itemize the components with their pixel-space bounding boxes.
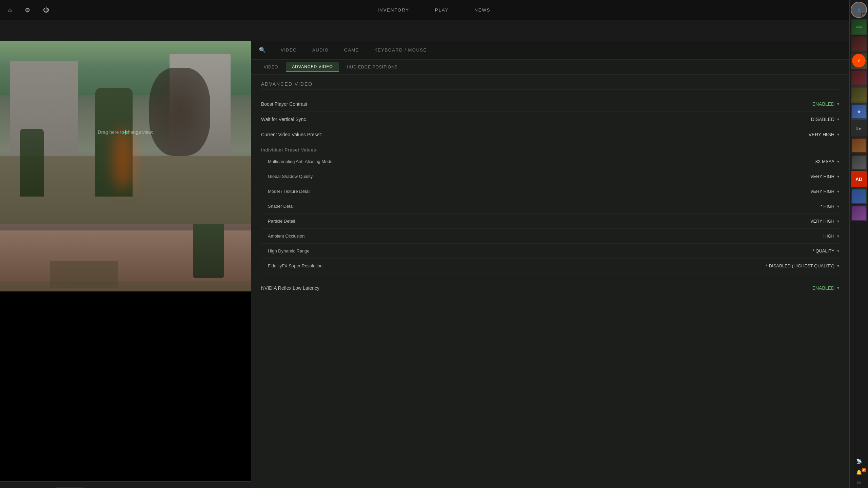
sidebar-advertisement[interactable]: AD [851,171,867,187]
chevron-down-icon: ▾ [837,234,839,239]
nav-play[interactable]: PLAY [432,6,451,14]
sidebar-game-8[interactable] [851,137,867,154]
game5-thumbnail [852,88,866,101]
top-bar: ⌂ ⚙ ⏻ INVENTORY PLAY NEWS 👤 67 [0,0,868,20]
shader-detail-value[interactable]: * HIGH ▾ [771,204,839,209]
sidebar-messages-button[interactable]: ✉ [851,478,867,488]
sidebar-game-cs2[interactable]: CS2 [851,19,867,35]
subtab-bar: VIDEO ADVANCED VIDEO HUD EDGE POSITIONS [251,60,849,75]
model-texture-row: Model / Texture Detail VERY HIGH ▾ [261,184,839,199]
preview-image-top [0,41,251,224]
subtab-advanced-video[interactable]: ADVANCED VIDEO [286,62,339,72]
model-texture-label: Model / Texture Detail [261,189,771,194]
msaa-value[interactable]: 8X MSAA ▾ [771,159,839,164]
hdr-value[interactable]: * QUALITY ▾ [771,248,839,253]
sidebar-game-9[interactable] [851,154,867,170]
tab-keyboard-mouse[interactable]: KEYBOARD / MOUSE [368,45,434,55]
chevron-down-icon: ▾ [837,102,839,106]
particle-detail-value[interactable]: VERY HIGH ▾ [771,219,839,224]
game3-thumbnail: ⚡ [852,54,866,67]
shader-detail-text: * HIGH [821,204,834,209]
chevron-down-icon: ▾ [837,189,839,194]
scene-top[interactable]: Drag here to change view: + [0,41,251,224]
magnification-mode-dropdown[interactable]: ZOOM ▾ [56,487,83,488]
sidebar-wifi-button[interactable]: 📡 [851,456,867,466]
ambient-occlusion-label: Ambient Occlusion [261,233,771,239]
tab-audio[interactable]: AUDIO [305,45,336,55]
nvidia-reflex-text: ENABLED [812,285,834,291]
chevron-down-icon: ▾ [837,117,839,122]
game3-label: ⚡ [857,59,861,63]
subtab-video[interactable]: VIDEO [258,63,284,72]
settings-content: Advanced Video Boost Player Contrast ENA… [251,75,849,488]
sidebar-user-level: 67 [861,13,866,17]
tab-video[interactable]: VIDEO [274,45,304,55]
sidebar-user-avatar[interactable]: 👤 67 [851,2,867,18]
settings-panel: 🔍 VIDEO AUDIO GAME KEYBOARD / MOUSE VIDE… [251,41,849,488]
fidelityfx-row: FidelityFX Super Resolution * DISABLED (… [261,259,839,273]
hdr-text: * QUALITY [813,248,834,253]
sidebar-game-5[interactable] [851,86,867,103]
chevron-down-icon: ▾ [837,249,839,253]
power-button[interactable]: ⏻ [42,5,51,15]
game11-thumbnail [852,206,866,220]
particle-detail-label: Particle Detail [261,219,771,224]
game8-thumbnail [852,139,866,152]
game6-icon: ◆ [857,109,861,114]
nvidia-reflex-value[interactable]: ENABLED ▾ [771,285,839,291]
vertical-sync-value[interactable]: DISABLED ▾ [771,117,839,122]
boost-player-contrast-value[interactable]: ENABLED ▾ [771,101,839,107]
sidebar-game-6[interactable]: ◆ [851,103,867,120]
video-values-preset-value[interactable]: VERY HIGH ▾ [771,132,839,137]
chevron-down-icon: ▾ [837,264,839,268]
nav-inventory[interactable]: INVENTORY [375,6,412,14]
subtab-hud[interactable]: HUD EDGE POSITIONS [341,63,404,72]
chevron-down-icon: ▾ [837,219,839,224]
boost-player-contrast-row: Boost Player Contrast ENABLED ▾ [261,97,839,112]
video-values-preset-row: Current Video Values Preset: VERY HIGH ▾ [261,127,839,142]
sidebar-game-4[interactable] [851,69,867,86]
nav-news[interactable]: NEWS [472,6,493,14]
video-values-preset-text: VERY HIGH [808,132,834,137]
sidebar-game-2[interactable] [851,36,867,52]
vertical-sync-text: DISABLED [811,117,834,122]
ambient-occlusion-value[interactable]: HIGH ▾ [771,233,839,239]
section-title: Advanced Video [261,81,839,90]
global-shadow-value[interactable]: VERY HIGH ▾ [771,174,839,179]
separator [261,277,839,277]
preview-image-bottom [0,224,251,291]
global-shadow-label: Global Shadow Quality [261,174,771,179]
sidebar-notifications-button[interactable]: 🔔 43 [851,467,867,477]
hdr-label: High Dynamic Range [261,248,771,253]
fidelityfx-value[interactable]: * DISABLED (HIGHEST QUALITY) ▾ [766,263,839,268]
top-bar-left: ⌂ ⚙ ⏻ [7,5,51,15]
right-sidebar: 👤 67 CS2 ⚡ ◆ S▶ AD [849,0,868,488]
settings-button[interactable]: ⚙ [23,5,32,15]
preview-controls: Magnification Mode ZOOM ▾ Magnification … [0,481,251,488]
sidebar-game-10[interactable] [851,188,867,204]
msaa-row: Multisampling Anti-Aliasing Mode 8X MSAA… [261,154,839,169]
user-avatar-icon: 👤 [857,8,861,12]
model-texture-value[interactable]: VERY HIGH ▾ [771,189,839,194]
magnification-mode-row: Magnification Mode ZOOM ▾ [5,487,246,488]
sidebar-game-7[interactable]: S▶ [851,120,867,137]
search-button[interactable]: 🔍 [258,45,267,55]
main-content: Drag here to change view: + Magnificatio… [0,41,849,488]
subsection-title: Individual Preset Values: [261,147,839,152]
ad-label: AD [855,177,862,182]
scene-soldier-bottom [193,224,224,278]
game10-thumbnail [852,189,866,203]
sidebar-game-3[interactable]: ⚡ [851,53,867,69]
hdr-row: High Dynamic Range * QUALITY ▾ [261,244,839,259]
bell-icon: 🔔 [856,469,862,475]
sidebar-game-11[interactable] [851,205,867,221]
global-shadow-text: VERY HIGH [810,174,834,179]
game2-thumbnail [852,37,866,50]
tab-game[interactable]: GAME [337,45,366,55]
home-button[interactable]: ⌂ [7,5,13,15]
shader-detail-label: Shader Detail [261,204,771,209]
chevron-down-icon: ▾ [837,204,839,209]
scene-bottom[interactable] [0,224,251,291]
mail-icon: ✉ [857,480,861,486]
vertical-sync-label: Wait for Vertical Sync [261,117,771,122]
